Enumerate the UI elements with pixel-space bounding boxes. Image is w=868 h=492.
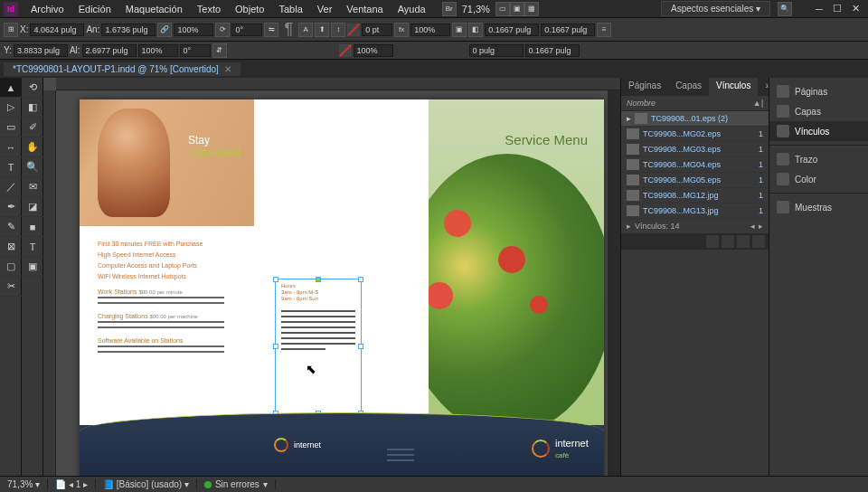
- goto-link-icon[interactable]: [722, 235, 734, 248]
- shear-field[interactable]: [180, 44, 211, 57]
- zoom-tool[interactable]: 🔍: [22, 157, 43, 177]
- status-preflight[interactable]: Sin errores ▾: [197, 479, 276, 489]
- tab-layers[interactable]: Capas: [668, 78, 709, 96]
- hand-tool[interactable]: ✋: [22, 137, 43, 157]
- stroke-field[interactable]: [362, 24, 392, 36]
- fill-none-icon[interactable]: [347, 24, 360, 36]
- footer-band[interactable]: internet internetcafè: [80, 425, 604, 476]
- x-field[interactable]: [30, 24, 84, 36]
- expand-icon[interactable]: ▸: [627, 114, 631, 123]
- handle-tc[interactable]: [316, 277, 321, 282]
- window-close[interactable]: ✕: [846, 3, 864, 14]
- inset3-field[interactable]: [469, 44, 524, 57]
- bridge-icon[interactable]: Br: [442, 2, 457, 16]
- handle-ml[interactable]: [273, 344, 278, 349]
- type-tool[interactable]: T: [0, 157, 22, 177]
- link-row[interactable]: TC99908...MG02.eps1: [621, 127, 769, 142]
- status-page[interactable]: 📄 ◂ 1 ▸: [48, 479, 96, 489]
- menu-layout[interactable]: Maquetación: [118, 2, 190, 16]
- status-zoom[interactable]: 71,3% ▾: [0, 479, 48, 489]
- window-minimize[interactable]: ─: [810, 4, 828, 14]
- handle-tl[interactable]: [273, 277, 278, 282]
- ruler-vertical[interactable]: [43, 90, 56, 476]
- menu-edit[interactable]: Edición: [71, 2, 118, 16]
- link-row[interactable]: TC99908...MG05.eps1: [621, 173, 769, 188]
- right-panel[interactable]: Service Menu: [429, 99, 604, 434]
- align-top-icon[interactable]: ⬆: [315, 23, 329, 37]
- menu-table[interactable]: Tabla: [271, 2, 309, 16]
- opacity-field[interactable]: [410, 24, 450, 36]
- menu-file[interactable]: Archivo: [24, 2, 71, 16]
- direct-select-tool[interactable]: ▷: [0, 98, 22, 118]
- menu-window[interactable]: Ventana: [339, 2, 390, 16]
- stroke-none-icon[interactable]: [339, 44, 352, 57]
- menu-object[interactable]: Objeto: [228, 2, 271, 16]
- txt-color-tool[interactable]: T: [22, 237, 43, 257]
- dock-swatches[interactable]: Muestras: [769, 197, 868, 217]
- gap-tool[interactable]: ↔: [0, 137, 22, 157]
- handle-mr[interactable]: [358, 344, 363, 349]
- fx-icon[interactable]: fx: [394, 23, 409, 37]
- tab-pages[interactable]: Páginas: [621, 78, 668, 96]
- constrain-icon[interactable]: 🔗: [157, 23, 172, 37]
- opacity2-field[interactable]: [354, 44, 393, 57]
- link-row[interactable]: ▸ TC99908...01.eps (2): [621, 111, 769, 127]
- flip-h-icon[interactable]: ⇋: [264, 23, 278, 37]
- line-tool[interactable]: ／: [0, 177, 22, 197]
- inset2-field[interactable]: [541, 24, 595, 36]
- pen-tool[interactable]: ✒: [0, 197, 22, 217]
- left-text-block[interactable]: First 30 minutes FREE with Purchase High…: [80, 226, 254, 434]
- note-tool[interactable]: ✉: [22, 177, 43, 197]
- fill-stroke-swap[interactable]: ◪: [22, 197, 43, 217]
- tab-links[interactable]: Vínculos: [709, 78, 758, 96]
- menu-text[interactable]: Texto: [190, 2, 228, 16]
- w-field[interactable]: [101, 24, 156, 36]
- update-link-icon[interactable]: [737, 235, 750, 248]
- screen-mode-icon[interactable]: ▣: [510, 2, 524, 16]
- ref-point-icon[interactable]: ⊞: [4, 23, 18, 37]
- relink-icon[interactable]: [706, 235, 719, 248]
- menu-help[interactable]: Ayuda: [391, 2, 433, 16]
- paragraph-icon[interactable]: ¶: [280, 20, 297, 39]
- link-row[interactable]: TC99908...MG04.eps1: [621, 157, 769, 173]
- selected-text-frame[interactable]: Hours 3am - 9pm M-S 9am - 6pm Sun: [275, 279, 362, 414]
- document-tab[interactable]: *TC9990801-LAYOUT-P1.indd @ 71% [Convert…: [4, 62, 241, 76]
- page-tool[interactable]: ▭: [0, 118, 22, 137]
- corner-icon[interactable]: ◧: [468, 23, 483, 37]
- selection-tool[interactable]: ▲: [0, 78, 22, 98]
- y-field[interactable]: [14, 44, 68, 57]
- handle-tr[interactable]: [358, 277, 363, 282]
- zoom-level[interactable]: 71,3%: [457, 4, 495, 14]
- edit-link-icon[interactable]: [752, 235, 765, 248]
- dock-pages[interactable]: Páginas: [769, 81, 868, 101]
- rect-tool[interactable]: ▢: [0, 257, 22, 277]
- prev-link-icon[interactable]: ◂: [750, 222, 755, 231]
- eyedropper-tool[interactable]: ✐: [22, 118, 43, 137]
- link-row[interactable]: TC99908...MG03.eps1: [621, 142, 769, 157]
- ruler-horizontal[interactable]: [56, 78, 620, 90]
- view-mode-tool[interactable]: ▣: [22, 257, 43, 277]
- view-icon[interactable]: ▭: [495, 2, 510, 16]
- status-preset[interactable]: 📘 [Básico] (usado) ▾: [96, 479, 197, 489]
- workspace-selector[interactable]: Aspectos esenciales ▾: [661, 1, 770, 16]
- pencil-tool[interactable]: ✎: [0, 217, 22, 237]
- rotate-field[interactable]: [231, 24, 262, 36]
- transform-tool[interactable]: ⟲: [22, 78, 43, 98]
- search-icon[interactable]: 🔍: [778, 2, 792, 16]
- dock-layers[interactable]: Capas: [769, 101, 868, 121]
- color-apply-tool[interactable]: ■: [22, 217, 43, 237]
- frame-tool[interactable]: ⊠: [0, 237, 22, 257]
- h-field[interactable]: [82, 44, 137, 57]
- next-link-icon[interactable]: ▸: [759, 222, 763, 231]
- dock-links[interactable]: Vínculos: [769, 121, 868, 141]
- links-header[interactable]: Nombre▲|: [621, 96, 769, 111]
- scrollbar-vertical[interactable]: [608, 90, 620, 476]
- flip-v-icon[interactable]: ⇵: [212, 43, 227, 58]
- canvas[interactable]: Stay Connected First 30 minutes FREE wit…: [43, 78, 620, 476]
- link-row[interactable]: TC99908...MG13.jpg1: [621, 203, 769, 219]
- menu-flyout-icon[interactable]: ≡: [597, 23, 611, 37]
- menu-view[interactable]: Ver: [310, 2, 340, 16]
- dock-stroke[interactable]: Trazo: [769, 149, 868, 169]
- photo-frame-people[interactable]: Stay Connected: [80, 99, 254, 226]
- close-tab-icon[interactable]: ✕: [224, 64, 231, 74]
